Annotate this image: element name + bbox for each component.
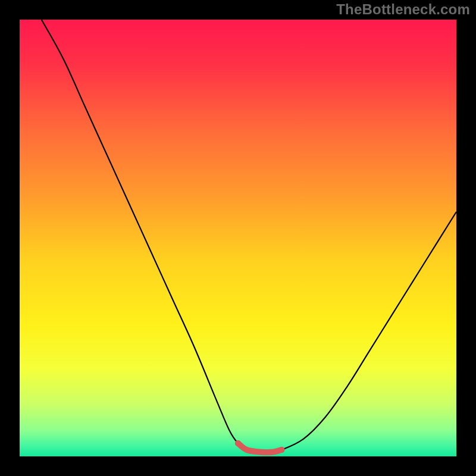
gradient-background <box>20 20 456 456</box>
outer-frame: TheBottleneck.com <box>0 0 476 476</box>
marker-endpoint-right-icon <box>278 447 284 453</box>
plot-area <box>20 20 456 456</box>
watermark-text: TheBottleneck.com <box>336 1 470 18</box>
chart-svg <box>20 20 456 456</box>
marker-endpoint-left-icon <box>235 440 241 446</box>
